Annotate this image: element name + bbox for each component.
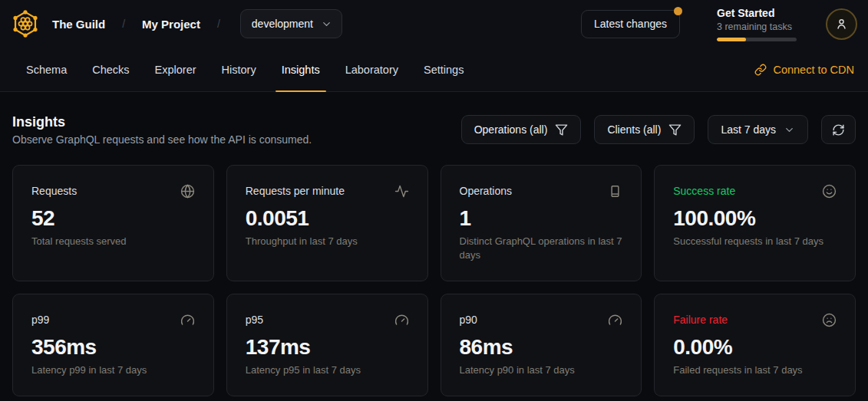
page-heading: Insights Observe GraphQL requests and se… bbox=[12, 113, 312, 146]
stat-card-success-rate: Success rate 100.00% Successful requests… bbox=[654, 165, 856, 281]
card-description: Latency p90 in last 7 days bbox=[460, 363, 623, 377]
tab-insights[interactable]: Insights bbox=[276, 48, 326, 91]
card-title: p90 bbox=[460, 313, 477, 327]
stat-card-failure-rate: Failure rate 0.00% Failed requests in la… bbox=[654, 294, 856, 396]
refresh-icon bbox=[832, 123, 845, 136]
card-description: Distinct GraphQL operations in last 7 da… bbox=[460, 235, 623, 262]
top-header: The Guild / My Project / development Lat… bbox=[0, 0, 868, 48]
tab-explorer[interactable]: Explorer bbox=[149, 48, 203, 91]
stat-card-p95: p95 137ms Latency p95 in last 7 days bbox=[226, 294, 428, 396]
card-title: Operations bbox=[460, 184, 512, 198]
tab-laboratory[interactable]: Laboratory bbox=[339, 48, 404, 91]
progress-fill bbox=[717, 38, 746, 41]
connect-cdn-label: Connect to CDN bbox=[773, 64, 854, 76]
target-selector[interactable]: development bbox=[240, 9, 342, 38]
card-title: Success rate bbox=[673, 184, 735, 198]
tab-checks[interactable]: Checks bbox=[86, 48, 135, 91]
insights-page: Insights Observe GraphQL requests and se… bbox=[0, 92, 868, 396]
card-title: Requests bbox=[31, 184, 77, 198]
tab-history[interactable]: History bbox=[216, 48, 262, 91]
chevron-down-icon bbox=[321, 18, 332, 30]
gauge-icon bbox=[180, 313, 195, 327]
get-started-widget[interactable]: Get Started 3 remaining tasks bbox=[717, 7, 797, 41]
breadcrumb-org[interactable]: The Guild bbox=[48, 18, 110, 31]
stat-card-p90: p90 86ms Latency p90 in last 7 days bbox=[441, 294, 642, 396]
get-started-title: Get Started bbox=[717, 7, 797, 20]
card-value: 0.0051 bbox=[246, 206, 409, 231]
card-description: Total requests served bbox=[31, 235, 195, 248]
connect-cdn-link[interactable]: Connect to CDN bbox=[754, 48, 854, 91]
notification-dot bbox=[674, 7, 682, 15]
stat-card-operations: Operations 1 Distinct GraphQL operations… bbox=[441, 165, 642, 281]
target-selector-value: development bbox=[252, 18, 313, 30]
chevron-down-icon bbox=[784, 124, 795, 136]
card-title: p99 bbox=[31, 313, 49, 327]
filter-icon bbox=[668, 123, 682, 136]
clients-filter-label: Clients (all) bbox=[607, 123, 661, 136]
card-description: Latency p99 in last 7 days bbox=[31, 363, 195, 377]
operations-filter-button[interactable]: Operations (all) bbox=[461, 115, 582, 144]
card-value: 52 bbox=[31, 206, 195, 231]
page-title: Insights bbox=[12, 113, 312, 131]
hive-logo-icon[interactable] bbox=[11, 9, 40, 38]
globe-icon bbox=[180, 184, 195, 199]
stat-card-requests: Requests 52 Total requests served bbox=[12, 165, 214, 281]
card-value: 137ms bbox=[246, 335, 409, 360]
card-description: Throughput in last 7 days bbox=[246, 235, 409, 248]
card-value: 1 bbox=[460, 206, 623, 231]
breadcrumb-separator: / bbox=[117, 18, 130, 30]
breadcrumb-separator: / bbox=[213, 18, 225, 30]
card-description: Latency p95 in last 7 days bbox=[246, 363, 409, 377]
card-value: 0.00% bbox=[673, 335, 837, 360]
stat-card-p99: p99 356ms Latency p99 in last 7 days bbox=[12, 294, 214, 396]
latest-changes-label: Latest changes bbox=[594, 18, 667, 30]
user-avatar[interactable] bbox=[826, 8, 857, 40]
clients-filter-button[interactable]: Clients (all) bbox=[594, 115, 695, 144]
nav-tabs: Schema Checks Explorer History Insights … bbox=[20, 48, 483, 91]
main-nav: Schema Checks Explorer History Insights … bbox=[0, 48, 868, 92]
tab-settings[interactable]: Settings bbox=[417, 48, 470, 91]
card-title: p95 bbox=[246, 313, 263, 327]
card-title: Failure rate bbox=[673, 313, 728, 327]
book-icon bbox=[608, 184, 622, 199]
latest-changes-button[interactable]: Latest changes bbox=[581, 10, 680, 38]
period-select-value: Last 7 days bbox=[721, 123, 776, 136]
breadcrumb-project[interactable]: My Project bbox=[137, 18, 205, 31]
card-value: 100.00% bbox=[673, 206, 837, 231]
filter-icon bbox=[555, 123, 568, 136]
link-icon bbox=[754, 64, 767, 76]
page-subtitle: Observe GraphQL requests and see how the… bbox=[12, 133, 312, 146]
frown-icon bbox=[822, 313, 837, 327]
stats-grid: Requests 52 Total requests served Reques… bbox=[12, 165, 856, 396]
person-icon bbox=[834, 17, 849, 31]
card-description: Failed requests in last 7 days bbox=[673, 363, 837, 377]
smile-icon bbox=[822, 184, 837, 199]
stat-card-rpm: Requests per minute 0.0051 Throughput in… bbox=[226, 165, 428, 281]
operations-filter-label: Operations (all) bbox=[474, 123, 548, 136]
activity-icon bbox=[394, 184, 409, 199]
period-select[interactable]: Last 7 days bbox=[708, 115, 808, 144]
card-value: 356ms bbox=[31, 335, 195, 360]
filter-toolbar: Operations (all) Clients (all) Last 7 da… bbox=[461, 115, 856, 144]
get-started-subtitle: 3 remaining tasks bbox=[717, 21, 797, 33]
card-description: Successful requests in last 7 days bbox=[673, 235, 837, 248]
refresh-button[interactable] bbox=[821, 115, 856, 144]
progress-bar bbox=[717, 38, 797, 41]
card-value: 86ms bbox=[460, 335, 623, 360]
gauge-icon bbox=[608, 313, 622, 327]
card-title: Requests per minute bbox=[246, 184, 345, 198]
gauge-icon bbox=[394, 313, 409, 327]
tab-schema[interactable]: Schema bbox=[20, 48, 73, 91]
